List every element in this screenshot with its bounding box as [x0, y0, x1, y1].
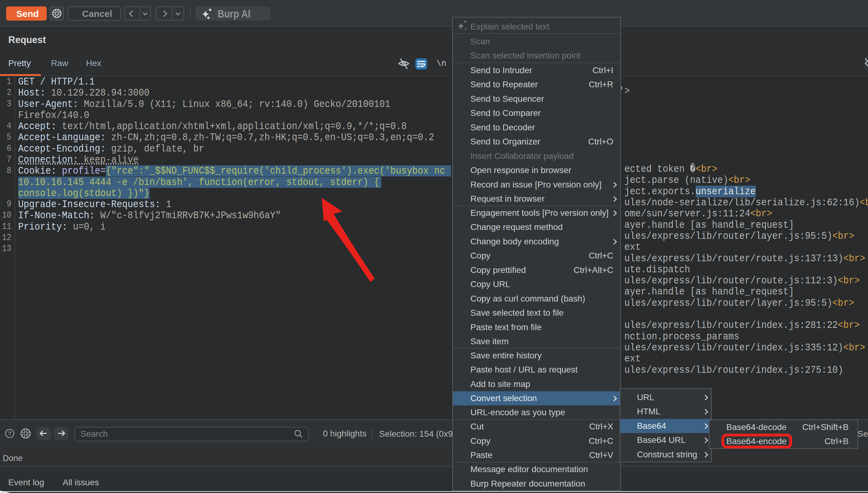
svg-text:?: ? — [8, 430, 12, 437]
